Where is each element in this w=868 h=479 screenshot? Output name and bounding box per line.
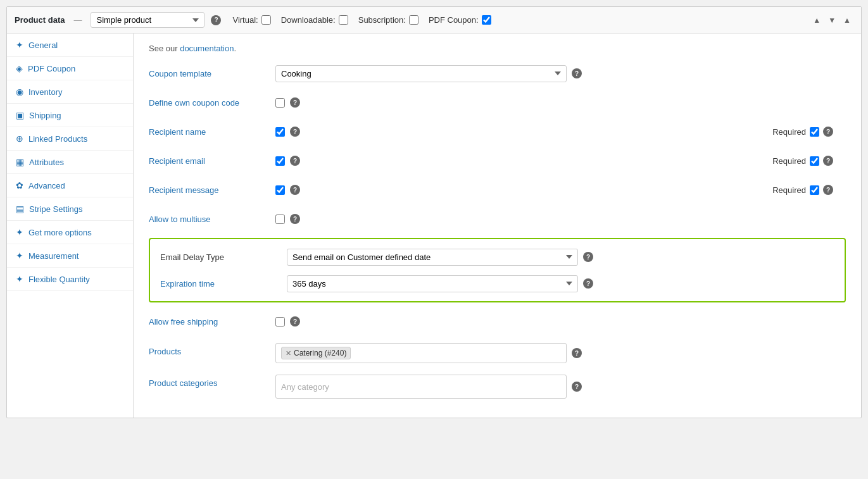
subscription-checkbox-label[interactable]: Subscription: <box>358 15 418 25</box>
coupon-template-label: Coupon template <box>149 69 275 78</box>
recipient-name-required-help-icon[interactable]: ? <box>823 127 833 137</box>
product-categories-input[interactable]: Any category <box>275 375 567 399</box>
define-coupon-code-checkbox[interactable] <box>275 98 285 108</box>
allow-free-shipping-help-icon[interactable]: ? <box>290 316 300 327</box>
recipient-email-checkbox[interactable] <box>275 156 285 166</box>
recipient-email-left-control: ? <box>275 156 541 166</box>
downloadable-label: Downloadable: <box>281 15 336 25</box>
allow-multiuse-row: Allow to multiuse ? <box>149 209 846 229</box>
expiration-time-row: Expiration time 365 days 30 days 60 days… <box>160 273 834 294</box>
pdf-coupon-checkbox[interactable] <box>482 15 491 25</box>
email-delay-type-help-icon[interactable]: ? <box>583 252 593 262</box>
attributes-icon: ▦ <box>16 157 24 167</box>
define-coupon-code-control: ? <box>275 97 846 108</box>
header-arrows: ▲ ▼ ▲ <box>810 15 853 26</box>
header-separator: — <box>73 15 82 25</box>
subscription-checkbox[interactable] <box>409 15 418 25</box>
define-coupon-code-help-icon[interactable]: ? <box>290 97 300 108</box>
coupon-template-select[interactable]: Cooking Birthday Christmas Default <box>275 65 567 82</box>
recipient-name-required-checkbox[interactable] <box>810 127 819 137</box>
products-control: ✕ Catering (#240) ? <box>275 343 846 363</box>
sidebar-label-general: General <box>28 40 58 50</box>
coupon-template-help-icon[interactable]: ? <box>572 68 582 78</box>
allow-free-shipping-row: Allow free shipping ? <box>149 311 846 332</box>
sidebar-item-flexible-quantity[interactable]: ✦ Flexible Quantity <box>7 268 133 291</box>
recipient-message-help-icon[interactable]: ? <box>290 185 300 195</box>
virtual-checkbox-label[interactable]: Virtual: <box>232 15 270 25</box>
arrow-down[interactable]: ▼ <box>826 15 838 26</box>
sidebar-item-advanced[interactable]: ✿ Advanced <box>7 174 133 197</box>
recipient-message-required-area: Required ? <box>772 185 833 195</box>
allow-multiuse-label: Allow to multiuse <box>149 215 275 224</box>
define-coupon-code-row: Define own coupon code ? <box>149 92 846 113</box>
sidebar-item-shipping[interactable]: ▣ Shipping <box>7 104 133 127</box>
product-categories-label: Product categories <box>149 375 275 388</box>
recipient-message-required-checkbox[interactable] <box>810 185 819 195</box>
sidebar-label-linked-products: Linked Products <box>28 134 87 144</box>
products-tag-remove[interactable]: ✕ <box>286 349 291 358</box>
recipient-message-required-label: Required <box>772 185 806 195</box>
recipient-email-row: Recipient email ? Required ? <box>149 151 846 171</box>
allow-free-shipping-checkbox[interactable] <box>275 317 285 327</box>
pdf-coupon-checkbox-label[interactable]: PDF Coupon: <box>429 15 491 25</box>
product-type-help-icon[interactable]: ? <box>211 15 221 25</box>
allow-multiuse-checkbox[interactable] <box>275 215 285 224</box>
sidebar-label-stripe: Stripe Settings <box>29 204 83 214</box>
products-help-icon[interactable]: ? <box>572 348 582 358</box>
sidebar-label-pdf-coupon: PDF Coupon <box>28 64 75 73</box>
arrow-up[interactable]: ▲ <box>810 15 823 26</box>
virtual-checkbox[interactable] <box>261 15 271 25</box>
product-categories-help-icon[interactable]: ? <box>572 382 582 392</box>
recipient-name-checkbox[interactable] <box>275 127 285 137</box>
recipient-email-required-label: Required <box>772 156 806 166</box>
downloadable-checkbox-label[interactable]: Downloadable: <box>281 15 348 25</box>
expiration-time-help-icon[interactable]: ? <box>583 278 593 289</box>
recipient-email-help-icon[interactable]: ? <box>290 156 300 166</box>
sidebar-item-pdf-coupon[interactable]: ◈ PDF Coupon <box>7 57 133 80</box>
doc-text: See our <box>149 44 180 53</box>
products-row: Products ✕ Catering (#240) ? <box>149 340 846 363</box>
recipient-message-checkbox[interactable] <box>275 185 285 195</box>
recipient-email-required-checkbox[interactable] <box>810 156 819 166</box>
pdf-coupon-icon: ◈ <box>16 63 23 73</box>
sidebar-item-general[interactable]: ✦ General <box>7 34 133 57</box>
product-categories-placeholder: Any category <box>281 382 329 392</box>
pdf-coupon-label: PDF Coupon: <box>429 15 479 25</box>
product-type-select[interactable]: Simple product Variable product Grouped … <box>91 12 204 28</box>
arrow-up2[interactable]: ▲ <box>841 15 853 26</box>
recipient-name-required-label: Required <box>772 127 806 137</box>
recipient-email-required-help-icon[interactable]: ? <box>823 156 833 166</box>
inventory-icon: ◉ <box>16 87 23 97</box>
recipient-message-left-control: ? <box>275 185 541 195</box>
email-delay-type-select[interactable]: Send email on Customer defined date Send… <box>287 249 578 266</box>
product-categories-row: Product categories Any category ? <box>149 372 846 399</box>
recipient-name-help-icon[interactable]: ? <box>290 127 300 137</box>
sidebar-item-inventory[interactable]: ◉ Inventory <box>7 80 133 104</box>
downloadable-checkbox[interactable] <box>339 15 348 25</box>
products-tag-input[interactable]: ✕ Catering (#240) <box>275 343 567 363</box>
sidebar-label-attributes: Attributes <box>29 158 64 167</box>
sidebar-item-stripe-settings[interactable]: ▤ Stripe Settings <box>7 197 133 221</box>
email-delay-type-row: Email Delay Type Send email on Customer … <box>160 247 834 267</box>
main-content: See our documentation. Coupon template C… <box>134 34 861 418</box>
recipient-message-row: Recipient message ? Required ? <box>149 180 846 200</box>
define-coupon-code-label: Define own coupon code <box>149 98 275 108</box>
email-delay-type-label: Email Delay Type <box>160 252 287 262</box>
recipient-email-label: Recipient email <box>149 156 275 166</box>
allow-multiuse-help-icon[interactable]: ? <box>290 214 300 224</box>
allow-free-shipping-control: ? <box>275 316 846 327</box>
sidebar-label-get-more: Get more options <box>28 228 92 237</box>
coupon-template-row: Coupon template Cooking Birthday Christm… <box>149 63 846 84</box>
sidebar-item-get-more-options[interactable]: ✦ Get more options <box>7 221 133 244</box>
sidebar-item-measurement[interactable]: ✦ Measurement <box>7 244 133 268</box>
sidebar-item-linked-products[interactable]: ⊕ Linked Products <box>7 127 133 151</box>
doc-link-row: See our documentation. <box>149 44 846 53</box>
recipient-name-required-area: Required ? <box>772 127 833 137</box>
recipient-message-required-help-icon[interactable]: ? <box>823 185 833 195</box>
products-label: Products <box>149 343 275 356</box>
recipient-message-label: Recipient message <box>149 185 275 195</box>
expiration-time-select[interactable]: 365 days 30 days 60 days 90 days 180 day… <box>287 275 578 292</box>
documentation-link[interactable]: documentation <box>180 44 234 53</box>
sidebar-label-advanced: Advanced <box>28 181 65 190</box>
sidebar-item-attributes[interactable]: ▦ Attributes <box>7 151 133 174</box>
